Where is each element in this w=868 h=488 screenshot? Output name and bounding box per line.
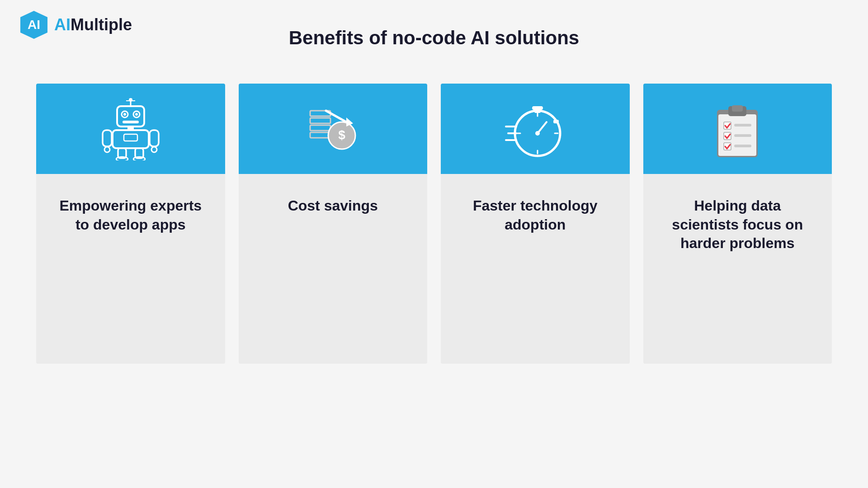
svg-point-6 bbox=[135, 113, 138, 116]
cost-icon: $ bbox=[301, 97, 364, 160]
svg-rect-7 bbox=[123, 121, 139, 123]
cards-container: Empowering experts to develop apps $ bbox=[36, 84, 832, 364]
card-image-clipboard bbox=[643, 84, 832, 174]
svg-text:$: $ bbox=[338, 128, 345, 142]
clipboard-icon bbox=[706, 97, 769, 160]
svg-rect-12 bbox=[113, 130, 149, 148]
card-label-cost: Cost savings bbox=[257, 197, 410, 216]
svg-point-4 bbox=[123, 113, 126, 116]
card-label-helping: Helping data scientists focus on harder … bbox=[661, 197, 814, 253]
svg-rect-15 bbox=[150, 130, 159, 146]
svg-rect-13 bbox=[124, 134, 137, 141]
svg-rect-48 bbox=[734, 124, 751, 127]
svg-rect-14 bbox=[103, 130, 112, 146]
svg-rect-24 bbox=[310, 125, 330, 131]
logo-multiple: Multiple bbox=[71, 15, 132, 34]
card-image-cost: $ bbox=[239, 84, 428, 174]
svg-rect-25 bbox=[310, 132, 330, 138]
svg-point-42 bbox=[535, 131, 540, 136]
card-helping: Helping data scientists focus on harder … bbox=[643, 84, 832, 364]
card-image-stopwatch bbox=[441, 84, 630, 174]
logo-text: AIMultiple bbox=[54, 15, 132, 34]
svg-rect-52 bbox=[734, 145, 751, 147]
logo-ai: AI bbox=[54, 15, 71, 34]
card-cost-savings: $ Cost savings bbox=[239, 84, 428, 364]
svg-point-17 bbox=[151, 147, 157, 152]
card-label-faster: Faster technology adoption bbox=[459, 197, 612, 234]
robot-icon bbox=[99, 97, 162, 160]
card-faster-tech: Faster technology adoption bbox=[441, 84, 630, 364]
svg-rect-2 bbox=[117, 106, 144, 127]
card-empowering: Empowering experts to develop apps bbox=[36, 84, 225, 364]
card-body-faster: Faster technology adoption bbox=[441, 174, 630, 252]
logo-area: AI AIMultiple bbox=[18, 9, 132, 41]
svg-rect-33 bbox=[553, 120, 559, 123]
card-body-helping: Helping data scientists focus on harder … bbox=[643, 174, 832, 271]
svg-rect-46 bbox=[732, 105, 743, 112]
svg-point-16 bbox=[104, 147, 110, 152]
page: AI AIMultiple Benefits of no-code AI sol… bbox=[0, 0, 868, 488]
card-body-cost: Cost savings bbox=[239, 174, 428, 234]
logo-icon: AI bbox=[18, 9, 50, 41]
svg-rect-23 bbox=[310, 118, 330, 123]
card-label-empowering: Empowering experts to develop apps bbox=[54, 197, 207, 234]
svg-text:AI: AI bbox=[28, 18, 40, 32]
card-image-robot bbox=[36, 84, 225, 174]
page-title: Benefits of no-code AI solutions bbox=[289, 27, 579, 49]
stopwatch-icon bbox=[504, 97, 567, 160]
svg-rect-32 bbox=[532, 106, 543, 110]
svg-rect-50 bbox=[734, 134, 751, 137]
card-body-empowering: Empowering experts to develop apps bbox=[36, 174, 225, 252]
